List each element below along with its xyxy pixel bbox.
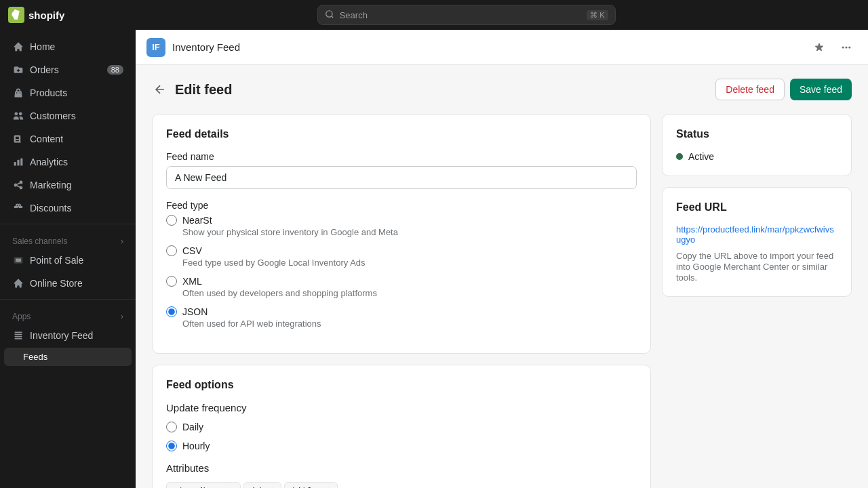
sidebar-item-analytics-label: Analytics — [30, 157, 68, 167]
sidebar-divider-2 — [0, 299, 136, 300]
layout: Home Orders 88 Products Customers Cont — [0, 30, 868, 488]
save-feed-button[interactable]: Save feed — [790, 79, 852, 100]
update-frequency-radio-group: Daily Hourly — [166, 422, 637, 451]
attributes-label: Attributes — [166, 462, 637, 474]
feed-type-nearst-label[interactable]: NearSt — [166, 215, 637, 226]
frequency-daily: Daily — [166, 422, 637, 432]
frequency-daily-radio[interactable] — [166, 422, 177, 432]
feed-options-title: Feed options — [166, 379, 637, 391]
sidebar-divider-1 — [0, 224, 136, 224]
attribute-title: title — [284, 482, 338, 488]
page-header-actions: Delete feed Save feed — [715, 79, 852, 100]
sidebar-item-discounts[interactable]: Discounts — [4, 197, 132, 219]
sidebar-item-discounts-label: Discounts — [30, 203, 71, 214]
feed-details-card: Feed details Feed name Feed type — [152, 114, 651, 354]
page-header: Edit feed Delete feed Save feed — [152, 79, 852, 100]
feed-type-json-label[interactable]: JSON — [166, 306, 637, 317]
sidebar: Home Orders 88 Products Customers Cont — [0, 30, 136, 488]
content-side: Status Active Feed URL https://productfe… — [662, 114, 852, 297]
sidebar-item-pos-label: Point of Sale — [30, 255, 83, 266]
feed-type-json-radio[interactable] — [166, 306, 177, 317]
status-row: Active — [676, 151, 837, 162]
sales-channels-label: Sales channels › — [0, 228, 136, 249]
frequency-daily-label[interactable]: Daily — [166, 422, 637, 432]
feed-type-json-desc: Often used for API web integrations — [166, 319, 637, 329]
feed-name-input[interactable] — [166, 166, 637, 189]
sidebar-item-content[interactable]: Content — [4, 128, 132, 150]
search-kbd: ⌘ K — [587, 10, 608, 20]
feed-type-nearst-radio[interactable] — [166, 215, 177, 226]
frequency-hourly-text: Hourly — [182, 441, 210, 451]
feed-url-link[interactable]: https://productfeed.link/mar/ppkzwcfwivs… — [676, 224, 837, 245]
feed-type-xml-label[interactable]: XML — [166, 276, 637, 287]
sidebar-item-orders-label: Orders — [30, 64, 59, 75]
page-title: Edit feed — [175, 82, 232, 98]
sidebar-item-analytics[interactable]: Analytics — [4, 151, 132, 173]
feed-type-nearst-desc: Show your physical store inventory in Go… — [166, 227, 637, 237]
frequency-daily-text: Daily — [182, 422, 203, 432]
update-frequency-group: Update frequency Daily — [166, 402, 637, 451]
more-options-button[interactable] — [835, 37, 857, 58]
feed-type-csv: CSV Feed type used by Google Local Inven… — [166, 245, 637, 268]
attribute-storename: storeName — [166, 482, 241, 488]
inventory-feed-icon — [12, 329, 24, 342]
feed-details-title: Feed details — [166, 128, 637, 140]
sidebar-item-inventory-feed-label: Inventory Feed — [30, 330, 93, 341]
status-card-title: Status — [676, 128, 837, 140]
search-placeholder: Search — [340, 10, 368, 20]
feed-type-nearst-text: NearSt — [182, 215, 212, 226]
topbar: shopify Search ⌘ K — [0, 0, 868, 30]
content-main: Feed details Feed name Feed type — [152, 114, 651, 488]
sidebar-item-marketing-label: Marketing — [30, 180, 71, 190]
secondary-header: IF Inventory Feed — [136, 30, 868, 65]
frequency-hourly: Hourly — [166, 441, 637, 451]
attributes-group: Attributes storeName id — [166, 462, 637, 488]
sidebar-item-feeds[interactable]: Feeds — [4, 348, 132, 366]
status-dot — [676, 153, 683, 160]
back-button[interactable] — [152, 81, 168, 98]
feed-type-label: Feed type — [166, 200, 637, 211]
svg-point-0 — [326, 10, 332, 16]
feed-type-radio-group: NearSt Show your physical store inventor… — [166, 215, 637, 329]
feed-type-csv-text: CSV — [182, 245, 202, 256]
apps-label: Apps › — [0, 304, 136, 324]
feed-type-json: JSON Often used for API web integrations — [166, 306, 637, 329]
feed-url-card-title: Feed URL — [676, 201, 837, 214]
marketing-icon — [12, 179, 24, 191]
sidebar-item-products-label: Products — [30, 87, 67, 98]
sidebar-item-products[interactable]: Products — [4, 82, 132, 104]
feed-type-json-text: JSON — [182, 306, 208, 317]
secondary-header-title: Inventory Feed — [172, 41, 802, 53]
feed-url-desc: Copy the URL above to import your feed i… — [676, 251, 833, 283]
feed-options-card: Feed options Update frequency Daily — [152, 365, 651, 488]
home-icon — [12, 41, 24, 53]
content-icon — [12, 133, 24, 145]
search-bar[interactable]: Search ⌘ K — [317, 5, 616, 25]
feed-type-xml-radio[interactable] — [166, 276, 177, 287]
sidebar-item-inventory-feed[interactable]: Inventory Feed — [4, 325, 132, 346]
shopify-logo-icon — [8, 7, 24, 23]
pin-button[interactable] — [808, 37, 830, 58]
expand-apps-icon[interactable]: › — [121, 312, 123, 321]
delete-feed-button[interactable]: Delete feed — [715, 79, 785, 100]
main-content: IF Inventory Feed Edit feed — [136, 30, 868, 488]
frequency-hourly-label[interactable]: Hourly — [166, 441, 637, 451]
feed-type-csv-radio[interactable] — [166, 245, 177, 256]
sidebar-item-orders[interactable]: Orders 88 — [4, 59, 132, 81]
shopify-logo-text: shopify — [28, 9, 64, 21]
analytics-icon — [12, 156, 24, 168]
expand-sales-channels-icon[interactable]: › — [121, 237, 123, 246]
sidebar-item-online-store[interactable]: Online Store — [4, 272, 132, 294]
feed-type-csv-label[interactable]: CSV — [166, 245, 637, 256]
frequency-hourly-radio[interactable] — [166, 441, 177, 451]
sidebar-item-home[interactable]: Home — [4, 36, 132, 58]
products-icon — [12, 87, 24, 99]
app-logo: IF — [146, 38, 165, 57]
sidebar-item-online-store-label: Online Store — [30, 278, 83, 289]
sidebar-item-customers[interactable]: Customers — [4, 105, 132, 127]
sidebar-item-marketing[interactable]: Marketing — [4, 174, 132, 196]
search-icon — [325, 9, 334, 21]
sidebar-item-pos[interactable]: Point of Sale — [4, 249, 132, 271]
svg-rect-2 — [16, 259, 21, 262]
sidebar-item-content-label: Content — [30, 134, 63, 144]
